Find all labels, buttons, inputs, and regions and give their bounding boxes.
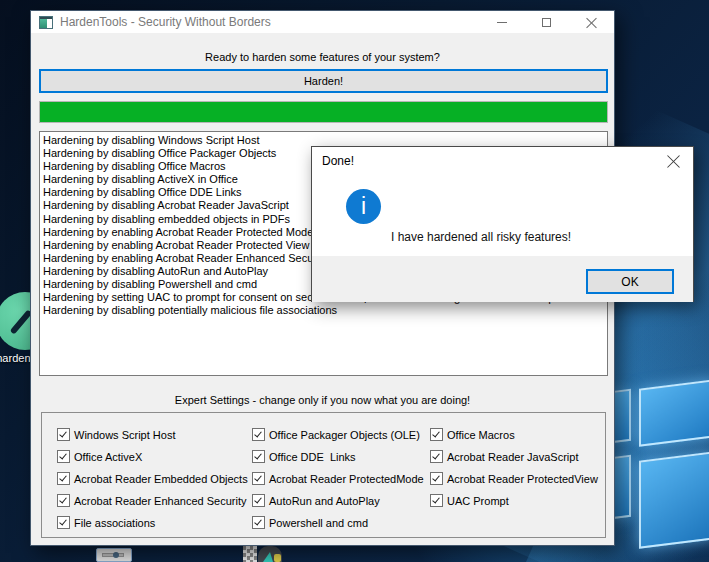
expert-settings-heading: Expert Settings - change only if you now… [31,394,614,406]
title-bar[interactable]: HardenTools - Security Without Borders [31,11,614,33]
desktop-icon-partially-hidden[interactable] [243,546,291,562]
ready-prompt-text: Ready to harden some features of your sy… [31,51,614,63]
checkbox-checked-icon [252,450,265,463]
checkbox-checked-icon [252,472,265,485]
checkbox-checked-icon [57,428,70,441]
expert-checkbox[interactable]: AutoRun and AutoPlay [252,494,424,507]
checkbox-label: Office ActiveX [74,451,142,463]
minimize-button[interactable] [479,11,524,33]
windows-logo-wallpaper [605,376,709,562]
checkbox-column-1: Windows Script Host Office ActiveX Acrob… [57,428,248,529]
checkbox-checked-icon [430,450,443,463]
icon-detail [113,552,119,558]
icon-detail [263,552,273,562]
progress-bar-fill [40,102,607,122]
info-icon: i [346,189,381,224]
close-icon [586,17,597,28]
checkbox-label: UAC Prompt [447,495,509,507]
checkbox-column-2: Office Packager Objects (OLE) Office DDE… [252,428,424,529]
dialog-close-icon[interactable] [667,154,681,168]
expert-checkbox[interactable]: Office ActiveX [57,450,248,463]
dialog-footer: OK [312,256,693,302]
expert-checkbox[interactable]: Acrobat Reader JavaScript [430,450,598,463]
maximize-button[interactable] [524,11,569,33]
checkbox-label: Acrobat Reader Enhanced Security [74,495,246,507]
checkbox-label: Powershell and cmd [269,517,368,529]
expert-checkbox[interactable]: File associations [57,516,248,529]
expert-checkbox[interactable]: Acrobat Reader ProtectedView [430,472,598,485]
expert-checkbox[interactable]: Powershell and cmd [252,516,424,529]
checkbox-checked-icon [252,494,265,507]
windows-logo-pane [639,379,709,446]
expert-checkbox[interactable]: Office Packager Objects (OLE) [252,428,424,441]
close-button[interactable] [569,11,614,33]
dialog-title: Done! [322,154,354,168]
expert-checkbox[interactable]: Office DDE Links [252,450,424,463]
expert-checkbox[interactable]: Office Macros [430,428,598,441]
checkbox-label: AutoRun and AutoPlay [269,495,380,507]
checkbox-label: Acrobat Reader ProtectedView [447,473,598,485]
expert-checkbox[interactable]: Acrobat Reader Embedded Objects [57,472,248,485]
expert-checkbox[interactable]: Windows Script Host [57,428,248,441]
ok-button[interactable]: OK [586,269,674,294]
checkbox-label: Acrobat Reader ProtectedMode [269,473,424,485]
checkbox-label: Windows Script Host [74,429,175,441]
checkbox-label: Office Macros [447,429,515,441]
checkbox-checked-icon [57,494,70,507]
checkbox-checked-icon [430,428,443,441]
windows-logo-pane [639,451,709,548]
checkbox-checked-icon [252,428,265,441]
icon-detail [274,554,281,562]
checkbox-checked-icon [57,516,70,529]
checkbox-checked-icon [430,494,443,507]
checkbox-label: Office Packager Objects (OLE) [269,429,420,441]
window-title: HardenTools - Security Without Borders [60,15,271,29]
progress-bar [39,101,608,123]
checkbox-label: Acrobat Reader JavaScript [447,451,578,463]
desktop: hardentools HardenTools - Security Witho… [0,0,709,562]
dialog-message-line-1: I have hardened all risky features! [391,227,676,247]
checkbox-checked-icon [252,516,265,529]
desktop-icon-partially-hidden[interactable] [96,548,132,562]
checkbox-label: Office DDE Links [269,451,356,463]
maximize-icon [542,18,551,27]
checkbox-checked-icon [57,472,70,485]
expert-checkbox[interactable]: Acrobat Reader ProtectedMode [252,472,424,485]
app-icon [39,16,53,29]
checkbox-column-3: Office Macros Acrobat Reader JavaScript … [430,428,598,507]
expert-settings-groupbox: Windows Script Host Office ActiveX Acrob… [41,412,606,538]
harden-button[interactable]: Harden! [39,69,608,93]
expert-checkbox[interactable]: Acrobat Reader Enhanced Security [57,494,248,507]
icon-detail [243,546,257,562]
checkbox-label: Acrobat Reader Embedded Objects [74,473,248,485]
expert-checkbox[interactable]: UAC Prompt [430,494,598,507]
done-dialog: Done! i I have hardened all risky featur… [311,146,694,302]
checkbox-checked-icon [57,450,70,463]
checkbox-label: File associations [74,517,155,529]
checkbox-checked-icon [430,472,443,485]
dialog-title-bar[interactable]: Done! [312,147,693,175]
minimize-icon [497,22,507,23]
